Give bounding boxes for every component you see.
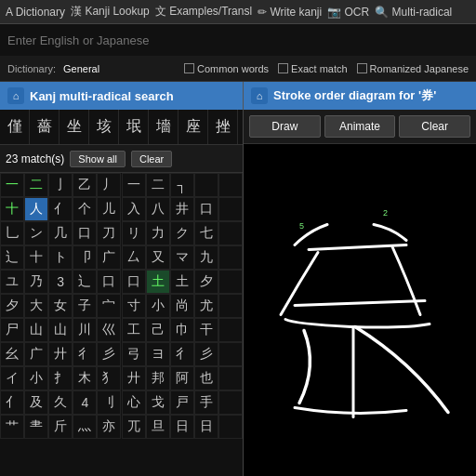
romanized-japanese-box[interactable] — [357, 63, 367, 73]
kanji-cell[interactable]: ト — [48, 245, 73, 270]
kanji-cell[interactable]: 也 — [194, 366, 218, 390]
kanji-cell[interactable]: 尤 — [194, 294, 218, 318]
kanji-cell[interactable]: 口 — [97, 270, 121, 294]
kanji-cell[interactable]: 土 — [170, 270, 194, 294]
kanji-cell[interactable]: 4 — [73, 390, 97, 415]
kanji-cell[interactable]: 子 — [73, 294, 97, 318]
kanji-cell[interactable]: 亦 — [97, 415, 121, 439]
kanji-cell[interactable]: ⺻ — [24, 415, 48, 439]
nav-examples[interactable]: 文 Examples/Transl — [155, 4, 252, 20]
clear-matches-button[interactable]: Clear — [131, 151, 172, 167]
common-words-checkbox[interactable]: Common words — [184, 63, 269, 74]
kanji-cell[interactable] — [218, 415, 243, 439]
kanji-cell[interactable]: リ — [122, 221, 146, 245]
kanji-cell[interactable]: 几 — [48, 221, 73, 245]
kanji-cell[interactable]: 乃 — [24, 270, 48, 294]
nav-write-kanji[interactable]: ✏ Write kanji — [258, 6, 322, 19]
radical-cell-6[interactable]: 座 — [178, 110, 208, 145]
kanji-cell[interactable] — [218, 221, 243, 245]
nav-kanji-lookup[interactable]: 漢 Kanji Lookup — [71, 4, 150, 20]
kanji-cell[interactable]: 川 — [73, 318, 97, 342]
kanji-cell[interactable]: イ — [0, 366, 24, 390]
kanji-cell[interactable]: 丿 — [97, 173, 121, 197]
kanji-cell[interactable]: 斤 — [48, 415, 73, 439]
kanji-cell[interactable] — [218, 245, 243, 270]
kanji-cell[interactable]: ⺃ — [0, 221, 24, 245]
radical-cell-0[interactable]: 僅 — [0, 110, 30, 145]
kanji-cell[interactable]: 八 — [146, 197, 170, 221]
kanji-cell[interactable]: 犭 — [97, 366, 121, 390]
kanji-cell-selected[interactable]: 人 — [24, 197, 48, 221]
kanji-cell-highlight[interactable]: 土 — [146, 270, 170, 294]
kanji-cell[interactable]: 亻 — [48, 197, 73, 221]
kanji-cell[interactable]: 日 — [194, 415, 218, 439]
kanji-cell[interactable]: ヨ — [146, 342, 170, 366]
kanji-cell[interactable]: 十 — [0, 197, 24, 221]
kanji-cell[interactable] — [218, 294, 243, 318]
kanji-cell[interactable]: 彳 — [73, 342, 97, 366]
kanji-cell[interactable]: 己 — [146, 318, 170, 342]
kanji-cell[interactable]: 廾 — [48, 342, 73, 366]
kanji-cell[interactable]: 尚 — [170, 294, 194, 318]
kanji-cell[interactable]: ⺾ — [0, 415, 24, 439]
kanji-cell[interactable] — [218, 366, 243, 390]
kanji-cell[interactable]: ク — [170, 221, 194, 245]
kanji-cell[interactable]: 小 — [146, 294, 170, 318]
kanji-cell[interactable] — [218, 270, 243, 294]
kanji-cell[interactable] — [218, 390, 243, 415]
kanji-cell[interactable]: マ — [170, 245, 194, 270]
kanji-cell[interactable]: 3 — [48, 270, 73, 294]
kanji-cell[interactable]: 幺 — [0, 342, 24, 366]
kanji-cell[interactable]: 力 — [146, 221, 170, 245]
kanji-cell[interactable]: 山 — [24, 318, 48, 342]
radical-cell-2[interactable]: 坐 — [60, 110, 89, 145]
kanji-cell[interactable]: 阿 — [170, 366, 194, 390]
nav-dictionary[interactable]: A Dictionary — [6, 6, 65, 19]
kanji-cell[interactable]: 女 — [48, 294, 73, 318]
kanji-cell[interactable]: ┐ — [170, 173, 194, 197]
kanji-cell[interactable]: 久 — [48, 390, 73, 415]
kanji-cell[interactable]: 儿 — [97, 197, 121, 221]
common-words-box[interactable] — [184, 63, 194, 73]
kanji-cell[interactable]: 彳 — [170, 342, 194, 366]
nav-multi-radical[interactable]: 🔍 Multi-radical — [375, 6, 452, 19]
kanji-cell[interactable]: ⺉ — [97, 390, 121, 415]
search-input[interactable] — [7, 33, 469, 47]
kanji-cell[interactable]: 广 — [24, 342, 48, 366]
kanji-cell[interactable]: 及 — [24, 390, 48, 415]
kanji-cell[interactable]: 巾 — [170, 318, 194, 342]
draw-button[interactable]: Draw — [249, 115, 321, 138]
kanji-cell[interactable]: 宀 — [97, 294, 121, 318]
kanji-cell[interactable]: 口 — [122, 270, 146, 294]
show-all-button[interactable]: Show all — [70, 151, 126, 167]
kanji-cell[interactable]: 木 — [73, 366, 97, 390]
kanji-cell[interactable]: 口 — [194, 197, 218, 221]
radical-cell-5[interactable]: 墻 — [149, 110, 178, 145]
kanji-cell[interactable]: ⻌ — [0, 245, 24, 270]
kanji-cell[interactable]: 井 — [170, 197, 194, 221]
kanji-cell[interactable]: 卩 — [73, 245, 97, 270]
kanji-cell[interactable]: 大 — [24, 294, 48, 318]
kanji-cell[interactable]: 厶 — [122, 245, 146, 270]
kanji-cell[interactable]: ユ — [0, 270, 24, 294]
kanji-cell[interactable]: 十 — [24, 245, 48, 270]
kanji-cell[interactable]: 彡 — [194, 342, 218, 366]
kanji-cell[interactable]: 二 — [24, 173, 48, 197]
kanji-cell[interactable]: 旦 — [146, 415, 170, 439]
kanji-cell[interactable]: 一 — [0, 173, 24, 197]
animate-button[interactable]: Animate — [324, 115, 396, 138]
kanji-cell[interactable]: 彡 — [97, 342, 121, 366]
kanji-cell[interactable]: 手 — [194, 390, 218, 415]
kanji-cell[interactable]: 邦 — [146, 366, 170, 390]
radical-cell-4[interactable]: 垊 — [119, 110, 149, 145]
kanji-cell[interactable]: ⻌ — [73, 270, 97, 294]
kanji-cell[interactable]: 九 — [194, 245, 218, 270]
kanji-cell[interactable]: 日 — [170, 415, 194, 439]
kanji-cell[interactable]: 巛 — [97, 318, 121, 342]
exact-match-checkbox[interactable]: Exact match — [278, 63, 348, 74]
kanji-cell[interactable] — [218, 173, 243, 197]
left-home-button[interactable]: ⌂ — [7, 87, 24, 104]
kanji-cell[interactable]: 二 — [146, 173, 170, 197]
kanji-cell[interactable]: 亅 — [48, 173, 73, 197]
kanji-cell[interactable]: 山 — [48, 318, 73, 342]
